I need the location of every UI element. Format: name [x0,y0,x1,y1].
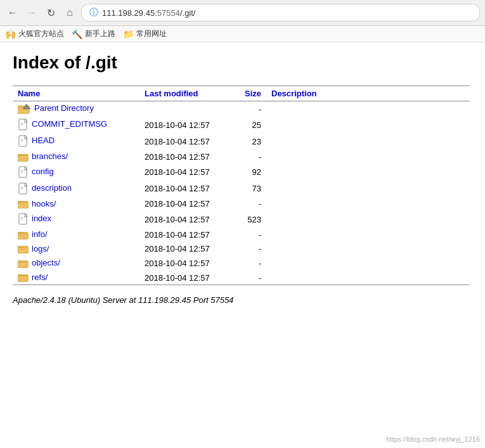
row-desc [266,242,469,257]
folder-icon [18,199,29,209]
bookmark-firefox[interactable]: 🙌 火狐官方站点 [5,29,64,39]
row-link[interactable]: COMMIT_EDITMSG [32,119,107,129]
svg-rect-27 [18,262,28,267]
row-size: - [235,150,266,164]
bookmark-newbie[interactable]: 🔨 新手上路 [72,29,115,39]
row-link[interactable]: index [32,214,51,224]
row-desc [266,271,469,285]
col-header-desc: Description [266,86,469,101]
row-size: - [235,197,266,212]
folder-icon [18,152,29,162]
table-row: ? config 2018-10-04 12:57 92 [13,164,469,181]
row-link[interactable]: branches/ [32,151,68,161]
row-modified: 2018-10-04 12:57 [139,256,235,271]
table-row: ? HEAD 2018-10-04 12:57 23 [13,133,469,150]
forward-button[interactable]: → [24,5,39,20]
row-link[interactable]: refs/ [32,272,48,282]
row-desc [266,197,469,212]
row-desc [266,211,469,227]
row-desc [266,133,469,150]
row-modified: 2018-10-04 12:57 [139,164,235,181]
table-row: logs/ 2018-10-04 12:57 - [13,242,469,257]
col-header-modified[interactable]: Last modified [139,86,235,101]
row-link[interactable]: config [32,167,54,176]
col-header-size[interactable]: Size [235,86,266,101]
row-desc [266,181,469,197]
row-name: hooks/ [13,197,139,212]
row-link[interactable]: description [32,183,72,193]
row-modified: 2018-10-04 12:57 [139,242,235,257]
row-size: 92 [235,164,266,181]
page-title: Index of /.git [13,53,469,73]
svg-rect-9 [18,155,28,161]
row-size: - [235,227,266,242]
row-modified: 2018-10-04 12:57 [139,227,235,242]
file-icon: ? [18,182,29,195]
row-size: - [235,101,266,117]
reload-button[interactable]: ↻ [43,5,58,20]
row-link[interactable]: objects/ [32,258,60,267]
row-modified: 2018-10-04 12:57 [139,181,235,197]
svg-rect-25 [18,246,22,248]
row-size: - [235,256,266,271]
security-icon: ⓘ [89,7,98,18]
row-desc [266,256,469,271]
row-desc [266,117,469,133]
row-modified: 2018-10-04 12:57 [139,211,235,227]
address-bar[interactable]: ⓘ 111.198.29.45:57554/.git/ [81,4,480,22]
svg-text:?: ? [20,216,23,222]
row-desc [266,164,469,181]
row-name: ? config [13,164,139,181]
svg-rect-17 [18,202,22,203]
page-content: Index of /.git Name Last modified Size D… [0,42,482,315]
row-name: ? index [13,211,139,227]
svg-text:?: ? [20,138,23,144]
bookmark-common-icon: 📁 [123,29,134,39]
row-desc [266,101,469,117]
directory-table: Name Last modified Size Description Pare… [13,86,469,285]
folder-icon [18,259,29,269]
svg-text:?: ? [20,186,23,191]
row-link[interactable]: info/ [32,229,48,239]
svg-rect-10 [18,154,22,156]
row-modified: 2018-10-04 12:57 [139,117,235,133]
table-row: refs/ 2018-10-04 12:57 - [13,271,469,285]
table-row: ? description 2018-10-04 12:57 73 [13,181,469,197]
table-row: branches/ 2018-10-04 12:57 - [13,150,469,164]
row-name: ? description [13,181,139,197]
file-icon: ? [18,135,29,148]
row-desc [266,227,469,242]
row-modified: 2018-10-04 12:57 [139,197,235,212]
row-modified [139,101,235,117]
file-icon: ? [18,213,29,226]
col-header-name[interactable]: Name [13,86,139,101]
svg-rect-30 [18,276,28,282]
table-row: ? index 2018-10-04 12:57 523 [13,211,469,227]
row-name: ? HEAD [13,133,139,150]
row-size: - [235,242,266,257]
row-link[interactable]: Parent Directory [34,103,94,113]
row-name: logs/ [13,242,139,257]
row-size: 523 [235,211,266,227]
svg-rect-2 [18,106,22,108]
file-icon: ? [18,166,29,179]
home-button[interactable]: ⌂ [62,5,77,20]
row-link[interactable]: logs/ [32,244,49,253]
table-row: info/ 2018-10-04 12:57 - [13,227,469,242]
row-size: - [235,271,266,285]
row-modified: 2018-10-04 12:57 [139,133,235,150]
table-row: ? COMMIT_EDITMSG 2018-10-04 12:57 25 [13,117,469,133]
row-size: 73 [235,181,266,197]
row-link[interactable]: HEAD [32,136,55,145]
svg-rect-22 [18,232,22,234]
bookmark-common[interactable]: 📁 常用网址 [123,29,167,39]
bookmark-firefox-icon: 🙌 [5,29,16,39]
back-button[interactable]: ← [5,5,20,20]
svg-rect-24 [18,248,28,253]
table-row: objects/ 2018-10-04 12:57 - [13,256,469,271]
row-modified: 2018-10-04 12:57 [139,271,235,285]
bookmark-newbie-icon: 🔨 [72,29,82,39]
svg-rect-28 [18,260,22,262]
file-icon: ? [18,118,29,131]
row-link[interactable]: hooks/ [32,199,56,208]
